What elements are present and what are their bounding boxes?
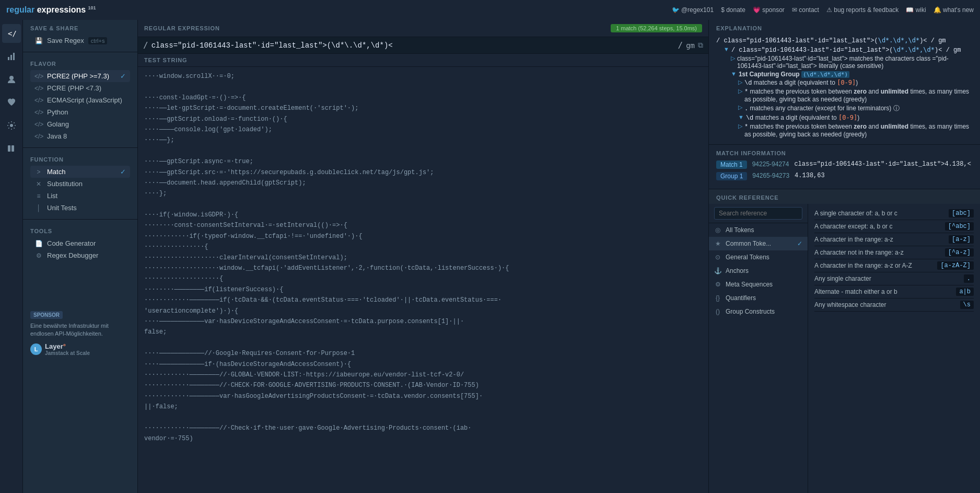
- qr-syntax-5: [a-zA-Z]: [937, 261, 974, 270]
- sidebar-icon-user[interactable]: [2, 70, 21, 89]
- svg-point-5: [10, 124, 13, 127]
- function-section: FUNCTION > Match ✓ ✕ Substitution ≡ List…: [23, 151, 137, 216]
- exp-text-1: / class="pid-1061443-last"·id="last_last…: [731, 46, 961, 54]
- sponsor-section: SPONSOR Eine bewährte Infrastruktur mit …: [23, 305, 137, 361]
- qr-quantifiers[interactable]: {} Quantifiers: [709, 291, 808, 305]
- function-unit-tests-label: Unit Tests: [47, 204, 77, 212]
- nav-link-bug[interactable]: ⚠ bug reports & feedback: [826, 6, 899, 14]
- exp-row-4: ▷ \d matches a digit (equivalent to [0-9…: [716, 79, 973, 87]
- nav-link-donate[interactable]: $ donate: [721, 6, 745, 14]
- qr-syntax-1: [abc]: [949, 209, 974, 217]
- sidebar-icon-heart[interactable]: [2, 93, 21, 112]
- logo-text-colored: regular: [6, 5, 34, 14]
- test-line: ····——gptScript.onload·=·function·()·{: [144, 114, 702, 124]
- flavor-pcre-label: PCRE (PHP <7.3): [47, 84, 101, 92]
- sidebar-icon-stats[interactable]: [2, 47, 21, 66]
- test-line: ············————————//·CHECK·FOR·GOOGLE·…: [144, 380, 702, 391]
- save-regex-item[interactable]: 💾 Save Regex ctrl+s: [30, 35, 130, 47]
- qr-all-tokens[interactable]: ◎ All Tokens: [709, 223, 808, 237]
- qr-group-constructs[interactable]: () Group Constructs: [709, 305, 808, 318]
- exp-row-8: ▷ * matches the previous token between z…: [716, 123, 973, 138]
- nav-link-sponsor[interactable]: 💗 sponsor: [753, 6, 785, 14]
- tool-code-generator[interactable]: 📄 Code Generator: [30, 237, 130, 249]
- qr-entry-2: A character except: a, b or c [^abc]: [814, 220, 974, 233]
- test-line: ····················clearInterval(consen…: [144, 253, 702, 263]
- svg-point-4: [9, 76, 14, 80]
- flavor-pcre2-label: PCRE2 (PHP >=7.3): [47, 72, 109, 80]
- function-list[interactable]: ≡ List: [30, 190, 130, 202]
- function-match-check: ✓: [120, 168, 126, 176]
- test-line: ||·false;: [144, 402, 702, 412]
- test-line: [144, 412, 702, 423]
- test-line: ····————————————var·hasDeviceStorageAndA…: [144, 316, 702, 327]
- exp-highlight-group: \d*.\d*,\d*: [878, 37, 919, 44]
- code-icon-pcre2: </>: [34, 73, 43, 80]
- exp-text-5: * matches the previous token between zer…: [744, 88, 973, 103]
- code-icon-python: </>: [34, 109, 43, 116]
- qr-anchors[interactable]: ⚓ Anchors: [709, 264, 808, 278]
- test-string-content[interactable]: ····window.scrollX··=·0; ····const·loadG…: [138, 67, 708, 493]
- exp-bullet-7: ▼: [738, 114, 744, 120]
- flavor-pcre2[interactable]: </> PCRE2 (PHP >=7.3) ✓: [30, 70, 130, 82]
- quick-ref-search-input[interactable]: [714, 207, 802, 220]
- test-line: 'useractioncomplete')·)·{: [144, 306, 702, 316]
- qr-desc-2: A character except: a, b or c: [814, 223, 945, 230]
- anchors-icon: ⚓: [714, 267, 721, 274]
- qr-group-constructs-label: Group Constructs: [726, 308, 775, 315]
- exp-row-6: ▷ . matches any character (except for li…: [716, 104, 973, 113]
- exp-bullet-4: ▷: [738, 79, 742, 86]
- qr-general-tokens[interactable]: ⊙ General Tokens: [709, 250, 808, 264]
- function-substitution[interactable]: ✕ Substitution: [30, 178, 130, 190]
- exp-bullet-2: ▷: [731, 55, 735, 62]
- svg-rect-3: [13, 53, 15, 60]
- flavor-pcre[interactable]: </> PCRE (PHP <7.3): [30, 82, 130, 94]
- nav-link-whatsnew[interactable]: 🔔 what's new: [934, 6, 974, 14]
- tool-regex-debugger-label: Regex Debugger: [47, 251, 98, 259]
- copy-button[interactable]: ⧉: [698, 41, 703, 50]
- sidebar-icon-settings[interactable]: [2, 116, 21, 135]
- function-substitution-label: Substitution: [47, 180, 83, 188]
- sidebar-icon-regex[interactable]: </>: [2, 24, 21, 43]
- qr-meta-sequences[interactable]: ⚙ Meta Sequences: [709, 278, 808, 291]
- regex-input-field[interactable]: [151, 41, 675, 50]
- qr-common-tokens[interactable]: ★ Common Toke... ✓: [709, 237, 808, 250]
- flavor-ecma[interactable]: </> ECMAScript (JavaScript): [30, 94, 130, 106]
- sidebar-icon-library[interactable]: [2, 139, 21, 158]
- exp-text-6: . matches any character (except for line…: [744, 104, 900, 113]
- exp-bullet-8: ▷: [738, 123, 742, 130]
- match1-pos: 94225-94274: [752, 160, 789, 168]
- flavor-python[interactable]: </> Python: [30, 106, 130, 118]
- flavor-golang[interactable]: </> Golang: [30, 118, 130, 130]
- tool-regex-debugger[interactable]: ⚙ Regex Debugger: [30, 249, 130, 261]
- qr-common-check: ✓: [797, 240, 802, 247]
- svg-rect-2: [10, 55, 12, 60]
- qr-desc-1: A single character of: a, b or c: [814, 210, 949, 217]
- regex-flags: gm: [686, 41, 695, 50]
- regex-header: REGULAR EXPRESSION 1 match (52,264 steps…: [138, 20, 708, 37]
- code-icon-golang: </>: [34, 121, 43, 128]
- exp-row-5: ▷ * matches the previous token between z…: [716, 88, 973, 103]
- nav-link-contact[interactable]: ✉ contact: [792, 6, 819, 14]
- function-match-label: Match: [47, 168, 65, 176]
- qr-entry-1: A single character of: a, b or c [abc]: [814, 207, 974, 220]
- sponsor-logo-name: Layer°: [45, 342, 90, 350]
- match-badge: 1 match (52,264 steps, 15.0ms): [611, 24, 702, 32]
- flavor-java8[interactable]: </> Java 8: [30, 130, 130, 142]
- flavor-title: FLAVOR: [30, 61, 130, 67]
- explanation-main-regex: / class="pid-1061443-last"·id="last_last…: [716, 36, 973, 46]
- quick-ref-entries: A single character of: a, b or c [abc] A…: [808, 204, 980, 493]
- nav-link-wiki[interactable]: 📖 wiki: [906, 6, 926, 14]
- sponsor-logo[interactable]: L Layer° Jamstack at Scale: [30, 342, 130, 356]
- quick-ref-body: ◎ All Tokens ★ Common Toke... ✓ ⊙ Genera…: [709, 204, 980, 493]
- function-match[interactable]: > Match ✓: [30, 166, 130, 178]
- svg-text:</>: </>: [8, 29, 16, 38]
- exp-code-main: / class="pid-1061443-last"·id="last_last…: [716, 37, 878, 44]
- tools-section: TOOLS 📄 Code Generator ⚙ Regex Debugger: [23, 223, 137, 263]
- group1-badge: Group 1: [716, 172, 747, 180]
- site-logo[interactable]: regular expressions 101: [6, 5, 96, 15]
- qr-desc-3: A character in the range: a-z: [814, 236, 949, 243]
- function-unit-tests[interactable]: │ Unit Tests: [30, 202, 130, 214]
- test-line: ····————console.log('gpt·loaded');: [144, 124, 702, 135]
- test-line: ····——gptScript.src·=·'https://securepub…: [144, 167, 702, 178]
- nav-link-twitter[interactable]: 🐦 @regex101: [672, 6, 714, 14]
